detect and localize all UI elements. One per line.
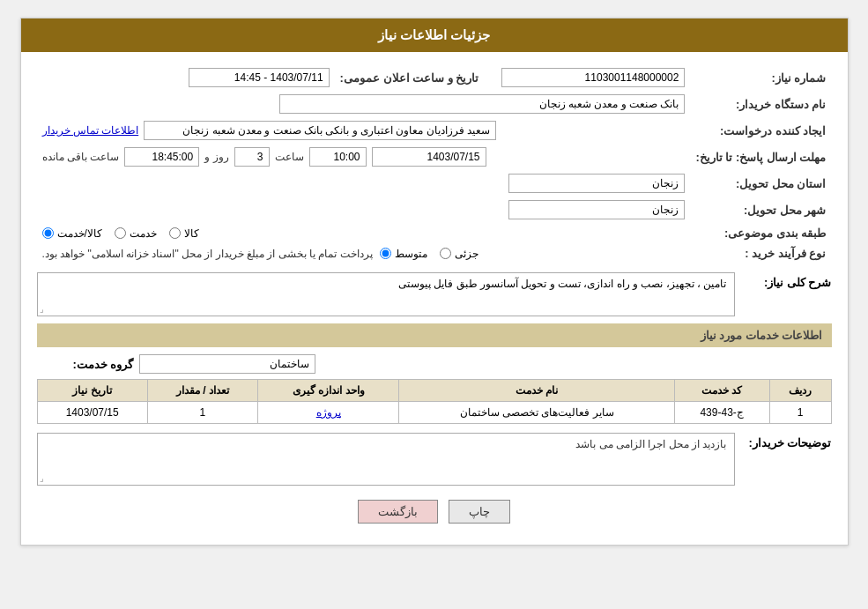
request-number-label: شماره نیاز: [690, 64, 831, 91]
radio-motavaset[interactable]: متوسط [380, 248, 427, 260]
org-name-input[interactable] [279, 94, 685, 114]
creator-link[interactable]: اطلاعات تماس خریدار [42, 124, 139, 137]
col-code: کد خدمت [674, 380, 769, 402]
process-label: نوع فرآیند خرید : [690, 243, 831, 264]
page-title: جزئیات اطلاعات نیاز [378, 27, 490, 42]
row-process: نوع فرآیند خرید : پرداخت تمام یا بخشی از… [37, 243, 832, 264]
days-label: روز و [204, 151, 228, 163]
cell-name: سایر فعالیت‌های تخصصی ساختمان [399, 402, 674, 424]
services-table-body: 1 ج-43-439 سایر فعالیت‌های تخصصی ساختمان… [37, 402, 831, 424]
services-table: ردیف کد خدمت نام خدمت واحد اندازه گیری ت… [37, 379, 832, 424]
table-row: 1 ج-43-439 سایر فعالیت‌های تخصصی ساختمان… [37, 402, 831, 424]
services-table-head: ردیف کد خدمت نام خدمت واحد اندازه گیری ت… [37, 380, 831, 402]
radio-motavaset-label: متوسط [395, 248, 427, 260]
description-label: شرح کلی نیاز: [735, 272, 832, 289]
service-group-label: گروه خدمت: [37, 358, 134, 371]
cell-quantity: 1 [147, 402, 257, 424]
row-creator: ایجاد کننده درخواست: اطلاعات تماس خریدار [37, 117, 832, 144]
description-section: شرح کلی نیاز: تامین ، تجهیز، نصب و راه ا… [37, 272, 832, 316]
radio-kala-khadamat-input[interactable] [42, 227, 54, 239]
remaining-input[interactable] [124, 147, 199, 167]
radio-jozii[interactable]: جزئی [440, 248, 479, 260]
days-input[interactable] [234, 147, 270, 167]
radio-jozii-label: جزئی [455, 248, 479, 260]
cell-unit: پروژه [258, 402, 399, 424]
province-input[interactable] [508, 174, 685, 193]
deadline-label: مهلت ارسال پاسخ: تا تاریخ: [690, 144, 831, 170]
col-row: ردیف [769, 380, 831, 402]
province-label: استان محل تحویل: [690, 170, 831, 197]
row-request-number: شماره نیاز: تاریخ و ساعت اعلان عمومی: [37, 64, 832, 91]
announce-input[interactable] [189, 68, 330, 87]
col-quantity: تعداد / مقدار [147, 380, 257, 402]
row-org-name: نام دستگاه خریدار: [37, 91, 832, 117]
radio-kala[interactable]: کالا [169, 227, 199, 240]
print-button[interactable]: چاپ [449, 500, 510, 524]
row-province: استان محل تحویل: [37, 170, 832, 197]
cell-code: ج-43-439 [674, 402, 769, 424]
description-text: تامین ، تجهیز، نصب و راه اندازی، تست و ت… [398, 278, 726, 290]
main-container: جزئیات اطلاعات نیاز شماره نیاز: تاریخ و … [20, 18, 849, 546]
buyer-notes-box: بازدید از محل اجرا الزامی می باشد ⌟ [37, 433, 735, 486]
info-table: شماره نیاز: تاریخ و ساعت اعلان عمومی: نا… [37, 64, 832, 264]
content-area: شماره نیاز: تاریخ و ساعت اعلان عمومی: نا… [21, 52, 848, 545]
announce-label: تاریخ و ساعت اعلان عمومی: [335, 64, 497, 91]
description-value: تامین ، تجهیز، نصب و راه اندازی، تست و ت… [37, 272, 735, 316]
cell-row: 1 [769, 402, 831, 424]
row-category: طبقه بندی موضوعی: کالا/خدمت خدمت کالا [37, 223, 832, 243]
deadline-date-input[interactable] [372, 147, 486, 167]
resize-handle[interactable]: ⌟ [40, 304, 44, 314]
service-group-row: گروه خدمت: [37, 354, 832, 374]
page-header: جزئیات اطلاعات نیاز [21, 19, 848, 52]
org-name-label: نام دستگاه خریدار: [690, 91, 831, 117]
col-date: تاریخ نیاز [37, 380, 147, 402]
service-group-input[interactable] [139, 354, 315, 374]
radio-kala-khadamat[interactable]: کالا/خدمت [42, 227, 102, 240]
time-input[interactable] [309, 147, 367, 167]
time-label: ساعت [275, 151, 304, 163]
row-city: شهر محل تحویل: [37, 197, 832, 223]
process-note: پرداخت تمام یا بخشی از مبلغ خریدار از مح… [42, 248, 373, 260]
services-section-title: اطلاعات خدمات مورد نیاز [37, 323, 832, 347]
radio-kala-khadamat-label: کالا/خدمت [57, 227, 102, 240]
button-row: چاپ بازگشت [37, 500, 832, 524]
row-deadline: مهلت ارسال پاسخ: تا تاریخ: ساعت باقی مان… [37, 144, 832, 170]
city-label: شهر محل تحویل: [690, 197, 831, 223]
radio-motavaset-input[interactable] [380, 248, 391, 259]
radio-kala-input[interactable] [169, 227, 181, 239]
cell-date: 1403/07/15 [37, 402, 147, 424]
buyer-notes-text: بازدید از محل اجرا الزامی می باشد [575, 438, 726, 450]
radio-kala-label: کالا [184, 227, 199, 240]
creator-input[interactable] [144, 121, 496, 140]
unit-link[interactable]: پروژه [316, 406, 341, 419]
col-name: نام خدمت [399, 380, 674, 402]
city-input[interactable] [508, 200, 685, 219]
buyer-notes-label: توضیحات خریدار: [735, 433, 832, 449]
remaining-label: ساعت باقی مانده [42, 151, 120, 163]
notes-resize-handle[interactable]: ⌟ [40, 473, 44, 483]
buyer-notes-section: توضیحات خریدار: بازدید از محل اجرا الزام… [37, 433, 832, 486]
category-label: طبقه بندی موضوعی: [690, 223, 831, 243]
radio-khadamat-input[interactable] [115, 227, 126, 239]
back-button[interactable]: بازگشت [358, 500, 438, 524]
radio-jozii-input[interactable] [440, 248, 451, 259]
request-number-input[interactable] [501, 68, 685, 87]
radio-khadamat[interactable]: خدمت [115, 227, 157, 240]
radio-khadamat-label: خدمت [130, 227, 157, 240]
creator-label: ایجاد کننده درخواست: [690, 117, 831, 144]
col-unit: واحد اندازه گیری [258, 380, 399, 402]
services-table-header-row: ردیف کد خدمت نام خدمت واحد اندازه گیری ت… [37, 380, 831, 402]
